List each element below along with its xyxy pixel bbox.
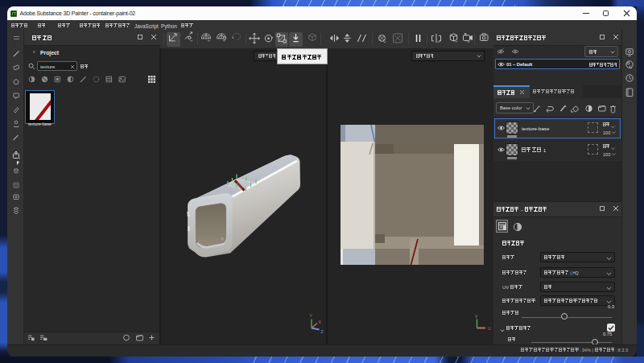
svg-text:U: U [488,326,491,331]
svg-text:V: V [475,314,478,319]
svg-text:Z: Z [321,329,324,334]
svg-text:X: X [319,320,322,324]
svg-text:Y: Y [310,313,313,318]
